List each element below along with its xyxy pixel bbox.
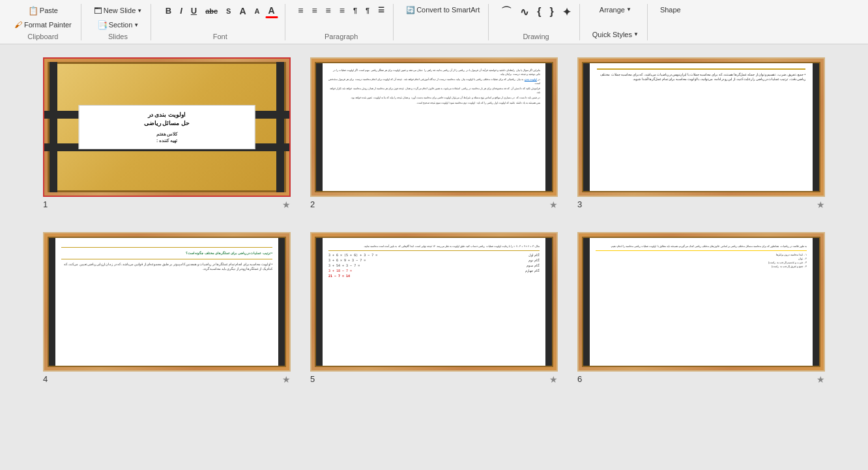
slide-6-footer: 6 ★ <box>577 372 825 387</box>
wave-shape-button[interactable]: ∿ <box>517 5 532 20</box>
slide-1-star: ★ <box>282 199 291 210</box>
slide-2-footer: 2 ★ <box>310 197 558 213</box>
quick-styles-dropdown-icon: ▼ <box>633 31 639 37</box>
drawing-label: Drawing <box>523 33 549 40</box>
slide-2-number: 2 <box>310 199 315 209</box>
slide1-subtitle1: کلاس هفتم <box>85 132 250 137</box>
arrange-dropdown-icon: ▼ <box>626 7 631 12</box>
slides-label: Slides <box>108 33 128 40</box>
italic-button[interactable]: I <box>177 5 186 17</box>
new-slide-button[interactable]: 🗔 New Slide ▼ <box>91 4 145 18</box>
slide1-subtitle2: تهیه کننده : <box>85 138 250 143</box>
slides-grid: اولویت بندی در حل مسائل ریاضی کلاس هفتم … <box>43 57 825 387</box>
paragraph-label: Paragraph <box>325 33 358 40</box>
new-slide-dropdown-icon: ▼ <box>137 8 142 14</box>
slide-container-6: به طور خلاصه در ریاضیات، همانطور که برای… <box>577 232 825 387</box>
slide-container-5: مثال: ۳ + ۶ × ۹ + ۳ - ۷ = را با رعایت او… <box>310 232 558 387</box>
arrange-group: Arrange ▼ Quick Styles ▼ <box>584 4 648 40</box>
quick-styles-button[interactable]: Quick Styles ▼ <box>589 29 642 40</box>
brace-shape-button[interactable]: { <box>534 5 544 19</box>
indent-button[interactable]: ¶ <box>362 5 373 16</box>
shape-fill-button[interactable]: Shape <box>657 4 684 16</box>
drawing-group: ⌒ ∿ { } ✦ Drawing <box>493 4 579 40</box>
arrange-button[interactable]: Arrange ▼ <box>596 4 635 16</box>
slide-2[interactable]: بنابراین اگر سوال یا بیان رابطه‌ای داشتی… <box>310 57 558 197</box>
slide1-title-line2: حل مسائل ریاضی <box>85 119 250 128</box>
slide-3-number: 3 <box>577 199 582 209</box>
slide-6-number: 6 <box>577 374 582 384</box>
star-shape-button[interactable]: ✦ <box>559 5 574 20</box>
paragraph-group: ≡ ≡ ≡ ≡ ¶ ¶ ☰ Paragraph <box>289 4 394 40</box>
slide-3[interactable]: • جمع، تفریق، ضرب، تقسیم و توان از جمله … <box>577 57 825 197</box>
slide-5[interactable]: مثال: ۳ + ۶ × ۹ + ۳ - ۷ = را با رعایت او… <box>310 232 558 372</box>
slide-4[interactable]: • ترتیب عملیات در ریاضی برای عملگرهای مخ… <box>43 232 291 372</box>
font-size-decrease-button[interactable]: A <box>252 6 263 16</box>
shape-group: Shape <box>652 4 689 40</box>
slide-4-star: ★ <box>282 374 291 385</box>
new-slide-icon: 🗔 <box>94 6 102 16</box>
toolbar: 📋 Paste 🖌 Format Painter Clipboard 🗔 New… <box>0 0 868 44</box>
section-icon: 📑 <box>97 20 108 30</box>
section-button[interactable]: 📑 Section ▼ <box>94 18 143 32</box>
paste-icon: 📋 <box>28 6 38 16</box>
underline-button[interactable]: U <box>188 5 200 17</box>
slide-1-number: 1 <box>43 199 48 209</box>
strikethrough-button[interactable]: abc <box>202 6 221 16</box>
slide-1-footer: 1 ★ <box>43 197 291 213</box>
slide-container-2: بنابراین اگر سوال یا بیان رابطه‌ای داشتی… <box>310 57 558 213</box>
font-group: B I U abc S A A A Font <box>155 4 285 40</box>
clipboard-label: Clipboard <box>27 33 58 40</box>
bracket-shape-button[interactable]: } <box>547 5 557 19</box>
slide-container-4: • ترتیب عملیات در ریاضی برای عملگرهای مخ… <box>43 232 291 387</box>
format-painter-button[interactable]: 🖌 Format Painter <box>10 18 76 32</box>
slide-container-3: • جمع، تفریق، ضرب، تقسیم و توان از جمله … <box>577 57 825 213</box>
slide-5-star: ★ <box>549 374 558 385</box>
slide-6-star: ★ <box>817 374 825 385</box>
slide-5-number: 5 <box>310 374 315 384</box>
slide1-title-line1: اولویت بندی در <box>85 111 250 120</box>
align-left-button[interactable]: ≡ <box>295 4 306 17</box>
smartart-icon: 🔄 <box>406 6 415 14</box>
slide-3-star: ★ <box>817 199 825 210</box>
justify-button[interactable]: ≡ <box>336 4 348 17</box>
font-size-increase-button[interactable]: A <box>236 5 249 18</box>
slide-5-footer: 5 ★ <box>310 372 558 387</box>
align-center-button[interactable]: ≡ <box>308 4 320 17</box>
curve-shape-button[interactable]: ⌒ <box>498 4 515 20</box>
font-color-button[interactable]: A <box>265 4 278 18</box>
slide-2-star: ★ <box>549 199 558 210</box>
slide-1[interactable]: اولویت بندی در حل مسائل ریاضی کلاس هفتم … <box>43 57 291 197</box>
slides-area: اولویت بندی در حل مسائل ریاضی کلاس هفتم … <box>0 44 868 470</box>
section-dropdown-icon: ▼ <box>134 22 139 28</box>
convert-smartart-button[interactable]: 🔄 Convert to SmartArt <box>403 4 483 16</box>
font-label: Font <box>213 33 227 40</box>
slide-container-1: اولویت بندی در حل مسائل ریاضی کلاس هفتم … <box>43 57 291 213</box>
slides-group: 🗔 New Slide ▼ 📑 Section ▼ Slides <box>85 4 151 40</box>
slide-4-number: 4 <box>43 374 48 384</box>
clipboard-group: 📋 Paste 🖌 Format Painter Clipboard <box>5 4 81 40</box>
slide-6[interactable]: به طور خلاصه در ریاضیات، همانطور که برای… <box>577 232 825 372</box>
slide-3-footer: 3 ★ <box>577 197 825 213</box>
bold-button[interactable]: B <box>162 5 175 17</box>
paste-button[interactable]: 📋 Paste <box>25 4 61 18</box>
align-right-button[interactable]: ≡ <box>323 4 334 17</box>
convert-group: 🔄 Convert to SmartArt <box>398 4 489 40</box>
text-direction-button[interactable]: ¶ <box>350 5 360 16</box>
list-button[interactable]: ☰ <box>375 5 388 16</box>
slide-4-footer: 4 ★ <box>43 372 291 387</box>
shadow-button[interactable]: S <box>223 6 234 16</box>
format-painter-icon: 🖌 <box>14 20 22 29</box>
